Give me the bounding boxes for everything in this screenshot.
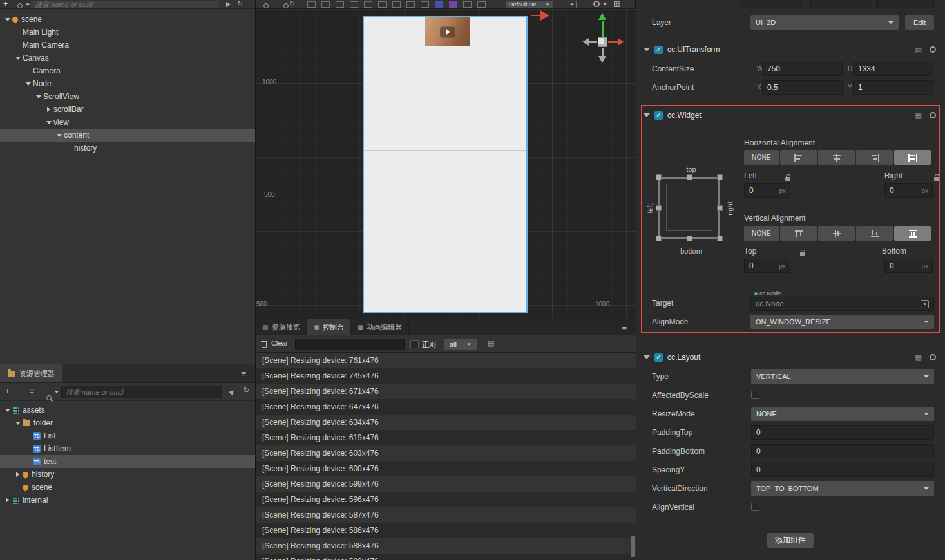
doc-icon[interactable]: ▤ (915, 112, 922, 119)
refresh-icon[interactable]: ↻ (243, 386, 249, 395)
asset-node-assets[interactable]: assets (0, 404, 255, 416)
export-log-icon[interactable]: ▤ (488, 340, 494, 347)
log-row[interactable]: [Scene] Resizing device: 634x476 (256, 415, 636, 430)
hierarchy-node-scene[interactable]: scene (0, 13, 255, 26)
gear-icon[interactable] (930, 112, 936, 118)
expanded-arrow-icon[interactable] (35, 93, 42, 100)
sort-icon[interactable]: ≡ (30, 386, 34, 395)
log-row[interactable]: [Scene] Resizing device: 745x476 (256, 368, 636, 384)
h-align-right-button[interactable] (856, 150, 893, 165)
refresh-icon[interactable]: ↻ (237, 0, 243, 8)
log-row[interactable]: [Scene] Resizing device: 588x476 (256, 538, 636, 554)
log-row[interactable]: [Scene] Resizing device: 603x476 (256, 445, 636, 461)
zoom-out-icon[interactable] (283, 3, 289, 8)
expanded-arrow-icon[interactable] (4, 16, 11, 23)
toolbar-icon[interactable] (307, 1, 316, 8)
right-offset-input[interactable]: 0 px (884, 183, 933, 198)
node-picker-icon[interactable] (921, 300, 929, 308)
log-row[interactable]: [Scene] Resizing device: 600x476 (256, 461, 636, 476)
grid-toggle-icon[interactable] (614, 1, 620, 7)
component-enabled-checkbox[interactable]: ✓ (654, 111, 663, 120)
bottom-offset-input[interactable]: 0 px (884, 259, 933, 273)
log-row[interactable]: [Scene] Resizing device: 619x476 (256, 430, 636, 445)
doc-icon[interactable]: ▤ (915, 46, 922, 53)
h-align-none-button[interactable]: NONE (744, 150, 779, 165)
v-align-middle-button[interactable] (818, 226, 855, 241)
lock-icon[interactable] (934, 177, 939, 181)
h-align-left-button[interactable] (780, 150, 817, 165)
toolbar-icon[interactable] (364, 1, 372, 8)
assets-search-input[interactable] (61, 386, 222, 398)
hierarchy-node-scrollview[interactable]: ScrollView (0, 90, 255, 103)
contentsize-w-input[interactable]: 750 (762, 62, 843, 76)
log-row[interactable]: [Scene] Resizing device: 671x476 (256, 384, 636, 399)
asset-node-scene[interactable]: scene (0, 481, 255, 494)
search-filter-caret-icon[interactable] (55, 391, 59, 393)
tab-asset-preview[interactable]: ▤ 资源预览 (256, 319, 307, 335)
hierarchy-node-scrollbar[interactable]: scrollBar (0, 103, 255, 116)
add-asset-icon[interactable]: + (5, 386, 10, 396)
video-thumbnail[interactable] (425, 17, 470, 46)
paddingbottom-input[interactable]: 0 (751, 444, 934, 458)
gear-icon[interactable] (930, 354, 936, 360)
reset-view-icon[interactable]: ↻ (289, 0, 295, 8)
collapsed-arrow-icon[interactable] (14, 471, 21, 478)
alignmode-dropdown[interactable]: ON_WINDOW_RESIZE (750, 315, 934, 329)
section-widget-header[interactable]: ✓ cc.Widget ▤ (636, 107, 945, 124)
lock-icon[interactable] (785, 177, 790, 181)
affectedbyscale-checkbox[interactable] (751, 391, 759, 399)
asset-node-test[interactable]: TStest (0, 455, 255, 468)
toolbar-icon[interactable] (392, 1, 401, 8)
expanded-arrow-icon[interactable] (4, 407, 11, 413)
left-offset-input[interactable]: 0 px (744, 183, 790, 198)
toolbar-icon[interactable] (477, 1, 486, 8)
anchorpoint-x-input[interactable]: 0.5 (762, 80, 843, 95)
partial-input[interactable] (810, 0, 871, 8)
v-align-top-button[interactable] (780, 226, 817, 241)
console-filter-field[interactable] (299, 341, 401, 348)
collapse-section-icon[interactable] (644, 48, 650, 51)
alignvertical-checkbox[interactable] (751, 503, 759, 511)
gear-icon[interactable] (593, 1, 600, 7)
tab-console[interactable]: ▣ 控制台 (307, 319, 350, 335)
mini-dropdown[interactable] (560, 1, 577, 8)
target-field[interactable]: cc.Node (750, 297, 934, 311)
anchorpoint-y-input[interactable]: 1 (853, 80, 933, 95)
log-row[interactable]: [Scene] Resizing device: 761x476 (256, 353, 636, 368)
hierarchy-node-main-camera[interactable]: Main Camera (0, 39, 255, 51)
toolbar-icon[interactable] (336, 1, 344, 8)
hierarchy-node-history[interactable]: history (0, 142, 255, 154)
contentsize-h-input[interactable]: 1334 (853, 62, 933, 76)
hierarchy-search-input[interactable] (31, 1, 219, 8)
section-layout-header[interactable]: ✓ cc.Layout ▤ (636, 349, 945, 366)
expanded-arrow-icon[interactable] (55, 132, 62, 138)
toolbar-icon[interactable] (421, 1, 429, 8)
verticaldirection-dropdown[interactable]: TOP_TO_BOTTOM (751, 481, 934, 496)
collapse-all-icon[interactable] (229, 389, 236, 396)
asset-node-list[interactable]: TSList (0, 429, 255, 442)
hierarchy-node-node[interactable]: Node (0, 77, 255, 90)
console-filter-input[interactable] (295, 339, 405, 350)
resizemode-dropdown[interactable]: NONE (751, 407, 934, 421)
tab-animation-editor[interactable]: ▦ 动画编辑器 (351, 319, 409, 335)
collapsed-arrow-icon[interactable] (45, 106, 52, 113)
h-align-center-button[interactable] (818, 150, 855, 165)
zoom-icon[interactable] (263, 3, 269, 8)
expanded-arrow-icon[interactable] (14, 55, 21, 61)
play-button-icon[interactable] (440, 26, 455, 37)
console-menu-icon[interactable]: ≡ (622, 322, 627, 332)
chevron-down-icon[interactable] (603, 3, 607, 5)
profile-dropdown[interactable]: Default De... (506, 1, 553, 8)
log-row[interactable]: [Scene] Resizing device: 587x476 (256, 507, 636, 523)
hierarchy-node-camera[interactable]: Camera (0, 64, 255, 77)
expanded-arrow-icon[interactable] (14, 420, 21, 426)
toolbar-icon[interactable] (463, 1, 472, 8)
regex-checkbox[interactable] (410, 340, 419, 348)
collapse-section-icon[interactable] (644, 355, 650, 359)
log-row[interactable]: [Scene] Resizing device: 589x476 (256, 554, 636, 560)
type-dropdown[interactable]: VERTICAL (751, 369, 934, 384)
hierarchy-node-view[interactable]: view (0, 116, 255, 129)
log-row[interactable]: [Scene] Resizing device: 596x476 (256, 492, 636, 507)
assets-search-field[interactable] (66, 388, 218, 396)
add-component-button[interactable]: 添加组件 (767, 533, 814, 548)
